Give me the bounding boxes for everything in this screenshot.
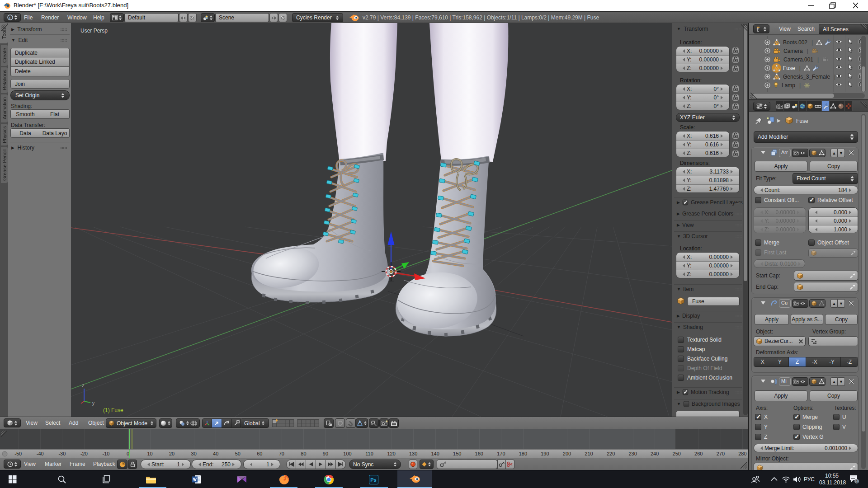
svg-text:1: 1: [856, 479, 858, 484]
svg-text:Ps: Ps: [370, 477, 376, 483]
svg-text:i: i: [9, 15, 10, 20]
svg-text:y: y: [92, 401, 94, 406]
svg-text:User Persp: User Persp: [80, 28, 108, 34]
svg-text:z: z: [82, 383, 84, 388]
svg-text:(1) Fuse: (1) Fuse: [103, 407, 123, 413]
